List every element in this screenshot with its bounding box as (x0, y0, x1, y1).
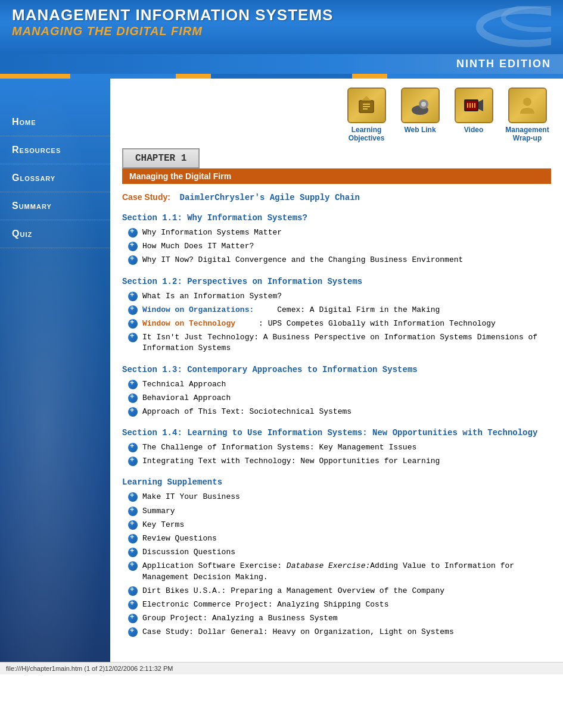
list-item[interactable]: The Challenge of Information Systems: Ke… (128, 442, 551, 453)
sidebar-item-quiz[interactable]: Quiz (0, 220, 110, 248)
item-text: The Challenge of Information Systems: Ke… (142, 442, 551, 453)
list-item[interactable]: Application Software Exercise: Database … (128, 561, 551, 582)
section-1-3-header: Section 1.3: Contemporary Approaches to … (122, 365, 551, 374)
list-item[interactable]: Technical Approach (128, 379, 551, 390)
sidebar-link-summary[interactable]: Summary (0, 192, 110, 220)
list-item[interactable]: Discussion Questions (128, 547, 551, 558)
list-item[interactable]: How Much Does IT Matter? (128, 241, 551, 252)
bullet-icon (128, 380, 138, 389)
item-text: Key Terms (142, 520, 551, 530)
bullet-icon (128, 507, 138, 516)
bullet-icon (128, 242, 138, 251)
sidebar-link-home[interactable]: Home (0, 108, 110, 136)
bullet-icon (128, 548, 138, 557)
web-link-icon (401, 88, 440, 123)
list-item[interactable]: Window on Technology : UPS Competes Glob… (128, 318, 551, 329)
section-1-1-header: Section 1.1: Why Information Systems? (122, 213, 551, 223)
management-wrapup-icon-item[interactable]: ManagementWrap-up (503, 88, 551, 142)
bullet-icon (128, 457, 138, 466)
sidebar-link-resources[interactable]: Resources (0, 136, 110, 164)
bullet-icon (128, 393, 138, 403)
list-item[interactable]: Group Project: Analyzing a Business Syst… (128, 613, 551, 624)
sidebar-link-glossary[interactable]: Glossary (0, 164, 110, 192)
case-study-title[interactable]: DaimlerChrysler's Agile Supply Chain (179, 193, 359, 202)
main-layout: Home Resources Glossary Summary Quiz (0, 79, 563, 662)
section-1-3-items: Technical Approach Behavioral Approach A… (122, 379, 551, 418)
list-item[interactable]: Electronic Commerce Project: Analyzing S… (128, 599, 551, 610)
svg-point-17 (523, 98, 531, 106)
status-bar-text: file:///H|/chapter1main.htm (1 of 2)12/0… (6, 665, 173, 672)
section-1-2-items: What Is an Information System? Window on… (122, 291, 551, 354)
list-item[interactable]: It Isn't Just Technology: A Business Per… (128, 332, 551, 354)
edition-text: NINTH EDITION (456, 58, 551, 70)
learning-objectives-icon-item[interactable]: LearningObjectives (343, 88, 390, 142)
section-1-4-items: The Challenge of Information Systems: Ke… (122, 442, 551, 467)
case-study-label: Case Study: (122, 192, 170, 202)
video-icon-item[interactable]: Video (450, 88, 497, 142)
list-item[interactable]: Summary (128, 506, 551, 517)
bullet-icon (128, 627, 138, 637)
bullet-icon (128, 586, 138, 596)
list-item[interactable]: Why IT Now? Digital Convergence and the … (128, 255, 551, 265)
item-text: Summary (142, 506, 551, 517)
list-item[interactable]: Window on Organizations: Cemex: A Digita… (128, 305, 551, 315)
sidebar-link-quiz[interactable]: Quiz (0, 220, 110, 248)
item-text: How Much Does IT Matter? (142, 241, 551, 252)
list-item[interactable]: Case Study: Dollar General: Heavy on Org… (128, 627, 551, 638)
sidebar-item-resources[interactable]: Resources (0, 136, 110, 164)
learning-supplements-items: Make IT Your Business Summary Key Terms … (122, 492, 551, 638)
list-item[interactable]: Make IT Your Business (128, 492, 551, 502)
bullet-icon (128, 534, 138, 543)
learning-objectives-icon (347, 88, 386, 123)
section-1-1-items: Why Information Systems Matter How Much … (122, 227, 551, 266)
item-text: Make IT Your Business (142, 492, 551, 502)
section-1-4-header: Section 1.4: Learning to Use Information… (122, 428, 551, 438)
bullet-icon (128, 561, 138, 571)
bullet-icon (128, 520, 138, 530)
bullet-icon (128, 600, 138, 610)
item-text: Why Information Systems Matter (142, 227, 551, 238)
chapter-header-box: CHAPTER 1 (122, 148, 200, 168)
list-item[interactable]: Dirt Bikes U.S.A.: Preparing a Managemen… (128, 586, 551, 596)
item-text: Behavioral Approach (142, 393, 551, 404)
sidebar: Home Resources Glossary Summary Quiz (0, 79, 110, 662)
bullet-icon (128, 333, 138, 342)
svg-rect-6 (363, 108, 368, 110)
case-study: Case Study: DaimlerChrysler's Agile Supp… (122, 192, 551, 202)
item-text: Discussion Questions (142, 547, 551, 558)
item-text: Window on Technology : UPS Competes Glob… (142, 318, 551, 329)
list-item[interactable]: Integrating Text with Technology: New Op… (128, 456, 551, 467)
item-text: Review Questions (142, 533, 551, 544)
bullet-icon (128, 614, 138, 623)
web-link-icon-item[interactable]: Web Link (396, 88, 444, 142)
list-item[interactable]: Why Information Systems Matter (128, 227, 551, 238)
svg-rect-4 (363, 104, 370, 105)
item-text: What Is an Information System? (142, 291, 551, 302)
item-text: Case Study: Dollar General: Heavy on Org… (142, 627, 551, 638)
edition-bar: NINTH EDITION (0, 54, 563, 74)
sidebar-item-summary[interactable]: Summary (0, 192, 110, 220)
bullet-icon (128, 305, 138, 315)
sidebar-nav: Home Resources Glossary Summary Quiz (0, 102, 110, 254)
bullet-icon (128, 319, 138, 329)
item-text: Group Project: Analyzing a Business Syst… (142, 613, 551, 624)
svg-marker-3 (362, 96, 371, 101)
list-item[interactable]: Behavioral Approach (128, 393, 551, 404)
item-text: It Isn't Just Technology: A Business Per… (142, 332, 551, 354)
page-header: MANAGEMENT INFORMATION SYSTEMS MANAGING … (0, 0, 563, 54)
svg-marker-12 (478, 99, 483, 111)
learning-objectives-label: LearningObjectives (349, 126, 385, 142)
list-item[interactable]: What Is an Information System? (128, 291, 551, 302)
list-item[interactable]: Review Questions (128, 533, 551, 544)
bullet-icon (128, 407, 138, 417)
colorbar (0, 74, 563, 79)
sidebar-item-home[interactable]: Home (0, 108, 110, 136)
item-text: Integrating Text with Technology: New Op… (142, 456, 551, 467)
status-bar: file:///H|/chapter1main.htm (1 of 2)12/0… (0, 662, 563, 674)
item-text: Approach of This Text: Sociotechnical Sy… (142, 407, 551, 417)
sidebar-item-glossary[interactable]: Glossary (0, 164, 110, 192)
icons-row: LearningObjectives Web Link (122, 88, 551, 142)
section-1-2-header: Section 1.2: Perspectives on Information… (122, 277, 551, 286)
list-item[interactable]: Approach of This Text: Sociotechnical Sy… (128, 407, 551, 417)
list-item[interactable]: Key Terms (128, 520, 551, 530)
